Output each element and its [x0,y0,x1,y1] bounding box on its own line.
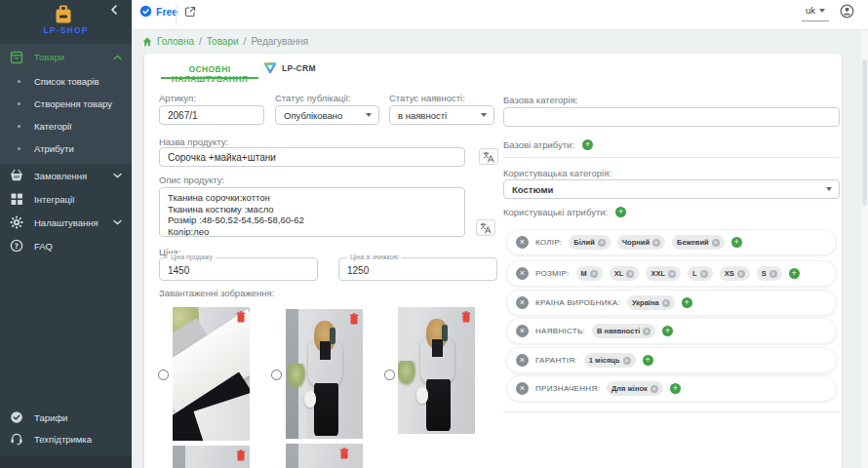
remove-tag-icon[interactable] [700,270,708,278]
remove-attribute-icon[interactable] [516,236,529,249]
delete-image-icon[interactable] [236,311,246,323]
add-tag-icon[interactable] [662,326,673,336]
remove-tag-icon[interactable] [590,270,598,278]
delete-image-icon[interactable] [339,448,349,459]
sidebar-item-label: Техпідтримка [34,434,122,445]
help-icon: ? [10,239,23,253]
base-category-input[interactable] [503,107,840,127]
sidebar-item-support[interactable]: Техпідтримка [0,428,132,449]
remove-tag-icon[interactable] [652,239,660,247]
description-textarea[interactable]: Тканина сорочки:коттон Тканина костюму :… [159,187,465,237]
attribute-tag: Чорний [617,235,665,250]
attribute-row-warranty: ГАРАНТІЯ: 1 місяць [506,347,837,373]
sku-input[interactable] [159,105,264,125]
add-custom-attribute-icon[interactable] [615,207,626,217]
product-image-thumbnail[interactable] [286,309,363,439]
main-image-radio[interactable] [271,370,282,380]
remove-tag-icon[interactable] [737,270,745,278]
attribute-name: НАЯВНІСТЬ: [535,327,585,335]
discount-price-input[interactable] [339,258,496,280]
product-edit-card: ОСНОВНІ НАЛАШТУВАННЯ LP-CRM Артикул: Ста… [144,54,842,468]
remove-attribute-icon[interactable] [516,267,529,280]
divider [176,4,177,25]
sidebar-item-products[interactable]: Товари [0,44,132,70]
remove-tag-icon[interactable] [668,270,676,278]
home-icon [142,37,152,47]
translate-name-button[interactable] [479,148,498,165]
attribute-tag: S [757,266,782,281]
main-image-radio[interactable] [158,370,169,380]
sale-price-input[interactable] [160,258,317,280]
add-tag-icon[interactable] [643,355,653,366]
language-select[interactable]: uk [802,5,829,21]
sidebar-sub-label: Список товарів [34,76,99,87]
translate-icon [483,151,494,163]
publication-status-select[interactable]: Опубліковано [275,105,379,125]
remove-tag-icon[interactable] [712,239,720,247]
language-value: uk [806,5,815,16]
sidebar-item-tariffs[interactable]: Тарифи [0,407,132,428]
remove-tag-icon[interactable] [662,299,670,307]
remove-attribute-icon[interactable] [516,382,529,395]
remove-tag-icon[interactable] [623,357,631,365]
add-base-attribute-icon[interactable] [582,139,593,150]
sidebar-item-attributes[interactable]: Атрибути [0,137,132,160]
product-image-thumbnail[interactable] [286,444,363,468]
breadcrumb-current: Редагування [251,36,308,47]
decor [298,444,307,468]
plan-badge[interactable]: Free [139,5,178,18]
delete-image-icon[interactable] [349,313,359,325]
tab-main-settings[interactable]: ОСНОВНІ НАЛАШТУВАННЯ [161,64,258,84]
attribute-tag: Україна [627,295,675,310]
divider [503,411,840,412]
sidebar-collapse-button[interactable] [108,4,122,18]
remove-tag-icon[interactable] [643,328,651,335]
sidebar-item-categories[interactable]: Категорії [0,115,132,137]
availability-status-select[interactable]: в наявності [389,105,494,125]
remove-tag-icon[interactable] [651,385,658,393]
divider [503,157,840,158]
decor [304,391,316,408]
product-image-thumbnail[interactable] [173,446,250,468]
sidebar-item-product-list[interactable]: Список товарів [0,70,132,93]
attribute-row-availability: НАЯВНІСТЬ: В наявності [506,318,837,344]
product-name-input[interactable] [159,147,465,167]
account-icon[interactable] [840,4,854,19]
open-in-new-icon[interactable] [184,6,196,18]
add-tag-icon[interactable] [670,383,681,394]
translate-icon [480,222,492,234]
add-tag-icon[interactable] [731,237,742,248]
delete-image-icon[interactable] [461,311,471,323]
sidebar-item-product-create[interactable]: Створення товару [0,93,132,115]
add-tag-icon[interactable] [789,268,800,279]
sidebar-item-faq[interactable]: ? FAQ [0,234,132,257]
remove-attribute-icon[interactable] [516,296,529,309]
translate-description-button[interactable] [476,219,495,236]
custom-category-select[interactable]: Костюми [503,179,840,199]
product-image-thumbnail[interactable] [173,307,250,441]
logo-text: LP-SHOP [0,25,132,35]
sidebar-item-label: Замовлення [34,171,113,181]
breadcrumb-home-link[interactable]: Головна [157,36,194,47]
sidebar-item-integrations[interactable]: Інтеграції [0,187,132,211]
scrollbar[interactable] [861,30,868,468]
sidebar-item-orders[interactable]: Замовлення [0,164,132,187]
delete-image-icon[interactable] [236,449,246,461]
main-image-radio[interactable] [384,370,395,380]
caret-down-icon [366,113,372,117]
tab-lp-crm[interactable]: LP-CRM [263,61,316,74]
base-attributes-row: Базові атрибути: [503,139,593,150]
decor [442,325,448,341]
breadcrumb-products-link[interactable]: Товари [207,36,239,47]
remove-tag-icon[interactable] [626,270,634,278]
sidebar-item-settings[interactable]: Налаштування [0,211,132,234]
scrollbar-thumb[interactable] [862,59,867,206]
add-tag-icon[interactable] [682,297,692,308]
attribute-tag: XL [610,266,640,281]
product-image-thumbnail[interactable] [398,307,475,434]
remove-tag-icon[interactable] [598,239,606,247]
remove-attribute-icon[interactable] [516,325,529,337]
remove-tag-icon[interactable] [769,270,777,278]
products-box-icon [10,51,23,64]
remove-attribute-icon[interactable] [516,354,529,367]
